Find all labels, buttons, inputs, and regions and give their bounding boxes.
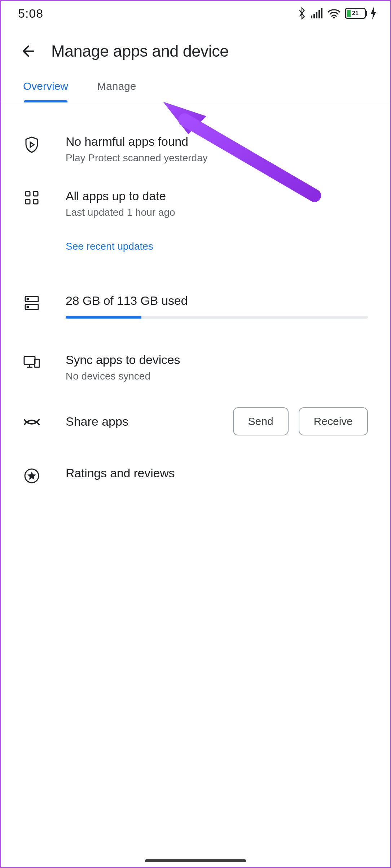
play-protect-subtitle: Play Protect scanned yesterday	[66, 152, 368, 164]
svg-point-13	[27, 306, 28, 308]
shield-play-icon	[23, 135, 40, 153]
battery-percent: 21	[346, 10, 365, 17]
tab-bar: Overview Manage	[1, 69, 390, 102]
content: No harmful apps found Play Protect scann…	[1, 102, 390, 499]
sync-subtitle: No devices synced	[66, 371, 368, 382]
battery-icon: 21	[345, 8, 366, 19]
sync-title: Sync apps to devices	[66, 353, 368, 367]
storage-icon	[23, 294, 40, 311]
app-header: Manage apps and device	[1, 26, 390, 69]
updates-subtitle: Last updated 1 hour ago	[66, 207, 368, 218]
tab-overview[interactable]: Overview	[23, 80, 68, 102]
bluetooth-icon	[297, 7, 307, 19]
svg-rect-6	[26, 192, 30, 196]
updates-title: All apps up to date	[66, 189, 368, 203]
row-ratings[interactable]: Ratings and reviews	[1, 450, 390, 499]
page-title: Manage apps and device	[51, 42, 229, 61]
apps-grid-icon	[23, 189, 40, 205]
svg-rect-2	[316, 12, 317, 18]
devices-icon	[23, 353, 40, 369]
star-circle-icon	[23, 466, 40, 484]
svg-rect-7	[34, 192, 38, 196]
row-play-protect[interactable]: No harmful apps found Play Protect scann…	[1, 124, 390, 178]
svg-point-5	[333, 17, 335, 18]
status-icons: 21	[297, 7, 377, 19]
ratings-title: Ratings and reviews	[66, 466, 368, 480]
status-bar: 5:08	[1, 1, 390, 26]
play-protect-title: No harmful apps found	[66, 135, 368, 149]
back-button[interactable]	[17, 40, 39, 62]
storage-title: 28 GB of 113 GB used	[66, 294, 368, 308]
svg-rect-3	[318, 10, 320, 18]
row-share: Share apps Send Receive	[1, 396, 390, 450]
svg-rect-1	[313, 14, 315, 18]
see-recent-updates-link[interactable]: See recent updates	[66, 241, 153, 252]
svg-rect-9	[34, 200, 38, 204]
share-title: Share apps	[66, 415, 233, 429]
clock: 5:08	[18, 6, 43, 21]
svg-rect-0	[311, 16, 312, 18]
svg-rect-8	[26, 200, 30, 204]
arrow-left-icon	[20, 43, 36, 59]
row-sync[interactable]: Sync apps to devices No devices synced	[1, 333, 390, 396]
svg-rect-14	[24, 356, 35, 364]
row-updates[interactable]: All apps up to date Last updated 1 hour …	[1, 178, 390, 270]
tab-manage[interactable]: Manage	[97, 80, 136, 102]
row-storage[interactable]: 28 GB of 113 GB used	[1, 270, 390, 333]
share-nearby-icon	[23, 415, 40, 428]
home-indicator[interactable]	[145, 859, 246, 862]
svg-point-12	[27, 298, 28, 300]
receive-button[interactable]: Receive	[299, 407, 368, 435]
cellular-icon	[311, 8, 323, 18]
wifi-icon	[328, 8, 341, 18]
storage-progress	[66, 316, 368, 319]
svg-rect-4	[321, 8, 322, 18]
charging-icon	[370, 7, 377, 19]
send-button[interactable]: Send	[233, 407, 289, 435]
